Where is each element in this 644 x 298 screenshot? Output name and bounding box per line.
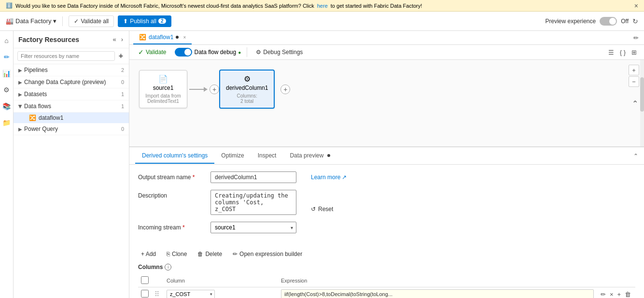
table-row: ⠿ z_COST ▾ [138,287,635,298]
expression-input[interactable] [281,289,594,298]
validate-icon: ✓ [74,18,79,25]
row-delete-icon[interactable]: × [609,290,615,298]
clone-button[interactable]: ⎘ Clone [164,249,190,259]
debug-toggle-switch[interactable] [175,48,192,57]
code-view-icon[interactable]: { } [618,47,627,57]
preview-toggle[interactable] [600,17,617,26]
row-actions: ✏ × + 🗑 [600,290,632,298]
pq-count: 0 [121,126,124,132]
data-preview-dot [327,154,330,157]
banner-text: Would you like to see Data Factory insid… [15,3,314,9]
main-content: 🔀 dataflow1 × ✏ ✓ Validate Data flow deb… [129,31,644,298]
canvas-zoom-controls: + − [629,65,639,87]
validate-all-button[interactable]: ✓ Validate all [69,15,114,27]
edit-icon[interactable]: ✏ [632,33,640,43]
description-input[interactable]: Creating/updating the columns 'Cost, z_C… [210,190,296,215]
tab-data-preview[interactable]: Data preview [283,148,336,164]
canvas-scrollbar-thumb [640,77,644,112]
row-checkbox[interactable] [141,290,149,298]
sidebar-item-cdc[interactable]: ▶ Change Data Capture (preview) 0 [14,76,129,88]
reset-button[interactable]: ↺ Reset [311,204,347,213]
sidebar-item-pipelines[interactable]: ▶ Pipelines 2 [14,64,129,76]
nav-home-button[interactable]: ⌂ [1,35,13,46]
bottom-panel-collapse-button[interactable]: ⌃ [633,153,638,159]
sidebar-item-dataflow1[interactable]: 🔀 dataflow1 [14,113,129,123]
settings-view-icon[interactable]: ⊞ [630,47,638,57]
output-stream-input[interactable] [210,171,296,183]
debug-settings-button[interactable]: ⚙ Debug Settings [253,47,306,57]
sidebar-item-dataflows[interactable]: ▶ Data flows 1 [14,100,129,113]
reset-icon: ↺ [311,206,316,213]
preview-label: Preview experience [545,18,596,25]
derived-column-sub: Columns:2 total [226,93,268,104]
info-banner: ℹ️ Would you like to see Data Factory in… [0,0,644,12]
brand-chevron[interactable]: ▾ [53,17,56,25]
tab-inspect[interactable]: Inspect [251,148,283,164]
add-column-button[interactable]: + Add [138,249,159,259]
select-all-checkbox[interactable] [141,276,149,284]
zoom-in-button[interactable]: + [629,65,639,75]
banner-close-button[interactable]: × [634,2,638,10]
tab-icon: 🔀 [139,34,146,41]
arrow-connector [187,87,210,92]
main-toolbar: 🏭 Data Factory ▾ ✓ Validate all ⬆ Publis… [0,12,644,31]
columns-section: Columns i Column Expression [129,264,644,298]
validate-button[interactable]: ✓ Validate [135,47,169,57]
list-view-icon[interactable]: ☰ [607,47,616,57]
columns-info-icon[interactable]: i [165,264,171,270]
column-name-select[interactable]: z_COST [167,290,215,298]
tab-derived-settings[interactable]: Derived column's settings [135,148,214,164]
nav-monitor-button[interactable]: 📊 [1,68,13,79]
add-node-before-button[interactable]: + [210,85,219,94]
resources-title: Factory Resources [18,36,79,43]
cdc-count: 0 [121,79,124,85]
dataflows-count: 1 [121,103,124,109]
canvas-area: 📄 source1 Import data fromDelimitedText1… [129,60,644,147]
right-helpers: Learn more ↗ ↺ Reset [311,171,347,240]
zoom-out-button[interactable]: − [629,76,639,87]
nav-edit-button[interactable]: ✏ [1,51,13,63]
publish-all-button[interactable]: ⬆ Publish all 2 [118,15,171,27]
tab-dataflow1[interactable]: 🔀 dataflow1 × [133,31,192,44]
icon-sidebar: ⌂ ✏ 📊 ⚙ 📚 📁 [0,31,14,298]
canvas-scrollbar[interactable] [640,60,644,146]
drag-handle-icon[interactable]: ⠿ [154,290,159,298]
source-node-box[interactable]: 📄 source1 Import data fromDelimitedText1 [139,70,187,108]
pipelines-count: 2 [121,67,124,73]
incoming-stream-select[interactable]: source1 [211,222,296,233]
nav-learn-button[interactable]: 📚 [1,100,13,112]
row-add-icon[interactable]: + [616,290,622,298]
tab-optimize[interactable]: Optimize [214,148,251,164]
arrow-head [204,87,208,92]
nav-resources-button[interactable]: 📁 [1,117,13,128]
sidebar-item-powerquery[interactable]: ▶ Power Query 0 [14,123,129,135]
expression-cell: decimal [281,289,594,298]
learn-more-link[interactable]: Learn more ↗ [311,174,347,181]
delete-button[interactable]: 🗑 Delete [195,249,225,259]
row-remove-icon[interactable]: 🗑 [624,290,632,298]
source-node-icon: 📄 [145,74,181,84]
expand-icon[interactable]: › [120,35,124,44]
expression-edit-icon[interactable]: ✏ [600,290,607,298]
collapse-panel-button[interactable]: ⌃ [632,99,638,108]
derived-column-title: derivedColumn1 [226,85,268,91]
add-resource-button[interactable]: + [117,52,125,60]
refresh-button[interactable]: ↻ [632,17,638,25]
nav-manage-button[interactable]: ⚙ [1,84,13,96]
dataflow-icon: 🔀 [29,114,36,121]
source-node-title: source1 [145,85,181,91]
sidebar-item-datasets[interactable]: ▶ Datasets 1 [14,88,129,100]
tab-close-button[interactable]: × [183,35,186,40]
incoming-stream-row: Incoming stream * source1 ▾ [138,222,296,233]
toggle-off-label: Off [621,18,629,25]
banner-link[interactable]: here [317,3,328,9]
tab-unsaved-dot [176,36,179,39]
derived-column-node-box[interactable]: ⚙ derivedColumn1 Columns:2 total [219,70,275,109]
add-node-after-button[interactable]: + [280,85,290,94]
collapse-all-icon[interactable]: « [112,35,117,44]
filter-input[interactable] [17,51,115,61]
description-label: Description [138,190,206,199]
expression-builder-button[interactable]: ✏ Open expression builder [230,249,305,259]
incoming-stream-label: Incoming stream * [138,222,206,231]
resources-header-icons: « › [112,35,124,44]
